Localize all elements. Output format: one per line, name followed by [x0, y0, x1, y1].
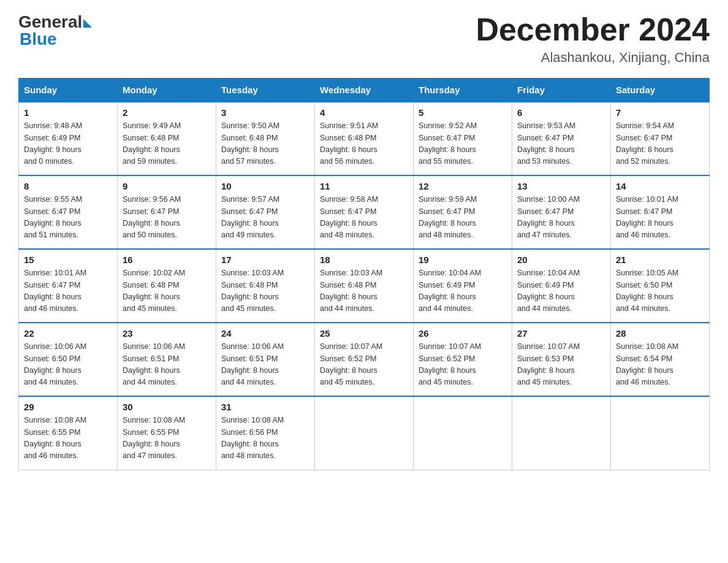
day-info: Sunrise: 9:53 AM Sunset: 6:47 PM Dayligh… — [517, 120, 605, 168]
header-day-friday: Friday — [512, 79, 611, 102]
calendar-cell: 16 Sunrise: 10:02 AM Sunset: 6:48 PM Day… — [118, 249, 216, 323]
day-number: 16 — [123, 255, 211, 265]
day-info: Sunrise: 9:48 AM Sunset: 6:49 PM Dayligh… — [24, 120, 112, 168]
day-info: Sunrise: 10:01 AM Sunset: 6:47 PM Daylig… — [24, 267, 112, 315]
header-day-wednesday: Wednesday — [315, 79, 414, 102]
calendar-cell: 2 Sunrise: 9:49 AM Sunset: 6:48 PM Dayli… — [118, 102, 216, 175]
calendar-week-2: 8 Sunrise: 9:55 AM Sunset: 6:47 PM Dayli… — [19, 175, 710, 249]
calendar-cell: 21 Sunrise: 10:05 AM Sunset: 6:50 PM Day… — [611, 249, 710, 323]
day-info: Sunrise: 10:08 AM Sunset: 6:55 PM Daylig… — [123, 415, 211, 462]
calendar-cell: 22 Sunrise: 10:06 AM Sunset: 6:50 PM Day… — [19, 323, 118, 396]
day-number: 10 — [221, 181, 309, 191]
day-info: Sunrise: 10:06 AM Sunset: 6:51 PM Daylig… — [123, 341, 211, 389]
location-title: Alashankou, Xinjiang, China — [476, 50, 710, 66]
header-day-monday: Monday — [118, 79, 216, 102]
calendar-cell: 27 Sunrise: 10:07 AM Sunset: 6:53 PM Day… — [512, 323, 611, 396]
calendar-cell: 14 Sunrise: 10:01 AM Sunset: 6:47 PM Day… — [611, 175, 710, 249]
day-info: Sunrise: 9:51 AM Sunset: 6:48 PM Dayligh… — [320, 120, 408, 168]
calendar-cell: 29 Sunrise: 10:08 AM Sunset: 6:55 PM Day… — [19, 396, 118, 470]
day-info: Sunrise: 10:07 AM Sunset: 6:52 PM Daylig… — [419, 341, 507, 389]
day-number: 27 — [517, 328, 605, 339]
calendar-cell: 24 Sunrise: 10:06 AM Sunset: 6:51 PM Day… — [216, 323, 315, 396]
calendar-cell: 5 Sunrise: 9:52 AM Sunset: 6:47 PM Dayli… — [414, 102, 512, 175]
calendar-cell: 12 Sunrise: 9:59 AM Sunset: 6:47 PM Dayl… — [414, 175, 512, 249]
day-info: Sunrise: 9:59 AM Sunset: 6:47 PM Dayligh… — [419, 194, 507, 242]
day-number: 20 — [517, 255, 605, 265]
day-info: Sunrise: 10:06 AM Sunset: 6:51 PM Daylig… — [221, 341, 309, 389]
day-info: Sunrise: 10:08 AM Sunset: 6:56 PM Daylig… — [221, 415, 309, 462]
calendar-cell — [315, 396, 414, 470]
calendar-cell: 3 Sunrise: 9:50 AM Sunset: 6:48 PM Dayli… — [216, 102, 315, 175]
day-number: 22 — [24, 328, 112, 339]
calendar-cell: 30 Sunrise: 10:08 AM Sunset: 6:55 PM Day… — [118, 396, 216, 470]
day-number: 17 — [221, 255, 309, 265]
calendar-cell: 13 Sunrise: 10:00 AM Sunset: 6:47 PM Day… — [512, 175, 611, 249]
day-number: 13 — [517, 181, 605, 191]
calendar-cell: 18 Sunrise: 10:03 AM Sunset: 6:48 PM Day… — [315, 249, 414, 323]
calendar-table: SundayMondayTuesdayWednesdayThursdayFrid… — [18, 78, 710, 470]
calendar-cell: 19 Sunrise: 10:04 AM Sunset: 6:49 PM Day… — [414, 249, 512, 323]
calendar-cell: 6 Sunrise: 9:53 AM Sunset: 6:47 PM Dayli… — [512, 102, 611, 175]
calendar-cell: 7 Sunrise: 9:54 AM Sunset: 6:47 PM Dayli… — [611, 102, 710, 175]
logo-blue-text: Blue — [20, 29, 57, 49]
day-number: 4 — [320, 107, 408, 118]
title-area: December 2024 Alashankou, Xinjiang, Chin… — [476, 12, 710, 66]
calendar-cell: 28 Sunrise: 10:08 AM Sunset: 6:54 PM Day… — [611, 323, 710, 396]
day-number: 5 — [419, 107, 507, 118]
day-info: Sunrise: 10:08 AM Sunset: 6:55 PM Daylig… — [24, 415, 112, 462]
month-title: December 2024 — [476, 12, 710, 47]
day-info: Sunrise: 10:03 AM Sunset: 6:48 PM Daylig… — [221, 267, 309, 315]
header-day-saturday: Saturday — [611, 79, 710, 102]
day-number: 1 — [24, 107, 112, 118]
calendar-header-row: SundayMondayTuesdayWednesdayThursdayFrid… — [19, 79, 710, 102]
day-info: Sunrise: 9:52 AM Sunset: 6:47 PM Dayligh… — [419, 120, 507, 168]
calendar-cell: 20 Sunrise: 10:04 AM Sunset: 6:49 PM Day… — [512, 249, 611, 323]
day-number: 7 — [616, 107, 704, 118]
day-number: 29 — [24, 402, 112, 412]
calendar-cell: 23 Sunrise: 10:06 AM Sunset: 6:51 PM Day… — [118, 323, 216, 396]
day-info: Sunrise: 9:49 AM Sunset: 6:48 PM Dayligh… — [123, 120, 211, 168]
day-info: Sunrise: 10:00 AM Sunset: 6:47 PM Daylig… — [517, 194, 605, 242]
day-info: Sunrise: 9:55 AM Sunset: 6:47 PM Dayligh… — [24, 194, 112, 242]
day-info: Sunrise: 10:05 AM Sunset: 6:50 PM Daylig… — [616, 267, 704, 315]
calendar-cell — [414, 396, 512, 470]
day-number: 3 — [221, 107, 309, 118]
calendar-cell: 10 Sunrise: 9:57 AM Sunset: 6:47 PM Dayl… — [216, 175, 315, 249]
day-number: 30 — [123, 402, 211, 412]
calendar-week-5: 29 Sunrise: 10:08 AM Sunset: 6:55 PM Day… — [19, 396, 710, 470]
day-info: Sunrise: 9:57 AM Sunset: 6:47 PM Dayligh… — [221, 194, 309, 242]
day-number: 14 — [616, 181, 704, 191]
day-number: 31 — [221, 402, 309, 412]
day-number: 15 — [24, 255, 112, 265]
day-number: 9 — [123, 181, 211, 191]
day-info: Sunrise: 10:04 AM Sunset: 6:49 PM Daylig… — [517, 267, 605, 315]
calendar-cell: 31 Sunrise: 10:08 AM Sunset: 6:56 PM Day… — [216, 396, 315, 470]
day-info: Sunrise: 10:03 AM Sunset: 6:48 PM Daylig… — [320, 267, 408, 315]
header-day-thursday: Thursday — [414, 79, 512, 102]
day-info: Sunrise: 10:07 AM Sunset: 6:52 PM Daylig… — [320, 341, 408, 389]
calendar-cell: 26 Sunrise: 10:07 AM Sunset: 6:52 PM Day… — [414, 323, 512, 396]
day-number: 24 — [221, 328, 309, 339]
day-number: 2 — [123, 107, 211, 118]
day-info: Sunrise: 9:58 AM Sunset: 6:47 PM Dayligh… — [320, 194, 408, 242]
day-info: Sunrise: 10:04 AM Sunset: 6:49 PM Daylig… — [419, 267, 507, 315]
calendar-cell: 17 Sunrise: 10:03 AM Sunset: 6:48 PM Day… — [216, 249, 315, 323]
day-number: 26 — [419, 328, 507, 339]
day-number: 11 — [320, 181, 408, 191]
day-info: Sunrise: 10:07 AM Sunset: 6:53 PM Daylig… — [517, 341, 605, 389]
calendar-cell: 8 Sunrise: 9:55 AM Sunset: 6:47 PM Dayli… — [19, 175, 118, 249]
header-day-sunday: Sunday — [19, 79, 118, 102]
calendar-week-1: 1 Sunrise: 9:48 AM Sunset: 6:49 PM Dayli… — [19, 102, 710, 175]
day-number: 21 — [616, 255, 704, 265]
calendar-cell: 9 Sunrise: 9:56 AM Sunset: 6:47 PM Dayli… — [118, 175, 216, 249]
day-number: 25 — [320, 328, 408, 339]
day-number: 28 — [616, 328, 704, 339]
calendar-week-4: 22 Sunrise: 10:06 AM Sunset: 6:50 PM Day… — [19, 323, 710, 396]
day-info: Sunrise: 9:56 AM Sunset: 6:47 PM Dayligh… — [123, 194, 211, 242]
page-header: General Blue December 2024 Alashankou, X… — [18, 12, 710, 66]
day-number: 18 — [320, 255, 408, 265]
day-info: Sunrise: 10:08 AM Sunset: 6:54 PM Daylig… — [616, 341, 704, 389]
day-number: 8 — [24, 181, 112, 191]
day-number: 23 — [123, 328, 211, 339]
calendar-cell: 4 Sunrise: 9:51 AM Sunset: 6:48 PM Dayli… — [315, 102, 414, 175]
